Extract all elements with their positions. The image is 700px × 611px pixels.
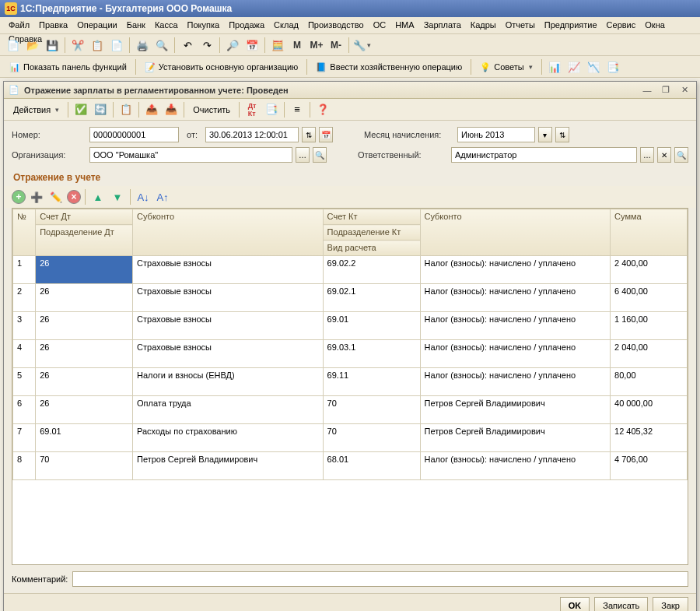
redo-icon[interactable]: ↷	[198, 37, 215, 54]
cell-dt[interactable]: 70	[36, 452, 133, 480]
menu-purchase[interactable]: Покупка	[184, 19, 224, 31]
menu-production[interactable]: Производство	[304, 19, 368, 31]
insert-row-icon[interactable]: ➕	[28, 188, 45, 205]
grid[interactable]: № Счет Дт Субконто Счет Кт Субконто Сумм…	[12, 208, 688, 565]
post-doc-icon[interactable]: 📤	[143, 101, 160, 118]
cell-sum[interactable]: 6 400,00	[611, 284, 688, 312]
paste-icon[interactable]: 📄	[108, 37, 125, 54]
menu-os[interactable]: ОС	[369, 19, 390, 31]
date-field[interactable]	[205, 127, 299, 142]
calc-icon[interactable]: 🧮	[269, 37, 286, 54]
resp-field[interactable]	[451, 147, 637, 163]
dtkt-icon[interactable]: ДтКт	[243, 101, 261, 118]
advice-button[interactable]: 💡 Советы▾	[475, 58, 537, 75]
table-row[interactable]: 426Страховые взносы69.03.1Налог (взносы)…	[13, 340, 688, 368]
new-doc-icon[interactable]: 📄	[5, 37, 22, 54]
menu-windows[interactable]: Окна	[641, 19, 669, 31]
cell-subk2[interactable]: Налог (взносы): начислено / уплачено	[420, 340, 611, 368]
save-icon[interactable]: 💾	[44, 37, 61, 54]
print-preview-icon[interactable]: 🔍	[153, 37, 170, 54]
cell-kt[interactable]: 69.03.1	[323, 340, 420, 368]
cell-kt[interactable]: 69.02.2	[323, 256, 420, 284]
cell-kt[interactable]: 70	[323, 396, 420, 424]
move-down-icon[interactable]: ▼	[109, 188, 126, 205]
col-n[interactable]: №	[13, 209, 36, 256]
report-icon[interactable]: 📊	[546, 58, 563, 75]
enter-op-button[interactable]: 📘 Ввести хозяйственную операцию	[311, 58, 467, 75]
cell-kt[interactable]: 69.02.1	[323, 284, 420, 312]
show-panel-button[interactable]: 📊 Показать панель функций	[5, 58, 131, 75]
set-org-button[interactable]: 📝 Установить основную организацию	[140, 58, 303, 75]
edit-row-icon[interactable]: ✏️	[47, 188, 65, 205]
cell-sum[interactable]: 80,00	[611, 368, 688, 396]
cell-subk1[interactable]: Оплата труда	[133, 396, 324, 424]
cell-sum[interactable]: 1 160,00	[611, 312, 688, 340]
date-spinner-icon[interactable]: ⇅	[302, 127, 316, 142]
month-field[interactable]	[457, 127, 535, 142]
cell-dt[interactable]: 26	[36, 284, 133, 312]
cell-kt[interactable]: 70	[323, 424, 420, 452]
cell-sum[interactable]: 40 000,00	[611, 396, 688, 424]
cell-subk2[interactable]: Петров Сергей Владимирович	[420, 396, 611, 424]
menu-enterprise[interactable]: Предприятие	[541, 19, 601, 31]
cell-subk1[interactable]: Страховые взносы	[133, 312, 324, 340]
cell-subk2[interactable]: Налог (взносы): начислено / уплачено	[420, 312, 611, 340]
cell-subk1[interactable]: Петров Сергей Владимирович	[133, 452, 324, 480]
number-field[interactable]	[89, 127, 179, 142]
comment-field[interactable]	[72, 571, 688, 587]
col-subdiv-kt[interactable]: Подразделение Кт	[323, 225, 420, 241]
undo-icon[interactable]: ↶	[179, 37, 196, 54]
cell-sum[interactable]: 4 706,00	[611, 452, 688, 480]
maximize-icon[interactable]: ❐	[659, 84, 673, 97]
close-button[interactable]: Закр	[653, 597, 688, 611]
menu-cash[interactable]: Касса	[151, 19, 182, 31]
close-icon[interactable]: ✕	[677, 84, 691, 97]
report2-icon[interactable]: 📈	[565, 58, 583, 75]
sort-desc-icon[interactable]: A↑	[154, 188, 171, 205]
col-subk2[interactable]: Субконто	[420, 209, 611, 256]
col-acct-dt[interactable]: Счет Дт	[36, 209, 133, 225]
month-spinner-icon[interactable]: ⇅	[555, 127, 569, 142]
doc-copy-icon[interactable]: 📋	[117, 101, 135, 118]
cell-subk2[interactable]: Налог (взносы): начислено / уплачено	[420, 256, 611, 284]
col-subdiv-dt[interactable]: Подразделение Дт	[36, 225, 133, 256]
cell-sum[interactable]: 2 400,00	[611, 256, 688, 284]
col-sum[interactable]: Сумма	[611, 209, 688, 256]
cell-dt[interactable]: 26	[36, 340, 133, 368]
table-row[interactable]: 870Петров Сергей Владимирович68.01Налог …	[13, 452, 688, 480]
cell-sum[interactable]: 12 405,32	[611, 424, 688, 452]
org-field[interactable]	[89, 147, 292, 163]
refresh-icon[interactable]: 🔄	[92, 101, 109, 118]
mem-mplus-button[interactable]: M+	[308, 37, 325, 54]
post-icon[interactable]: ✅	[72, 101, 89, 118]
table-row[interactable]: 126Страховые взносы69.02.2Налог (взносы)…	[13, 256, 688, 284]
org-select-icon[interactable]: …	[296, 147, 310, 163]
cut-icon[interactable]: ✂️	[69, 37, 86, 54]
cell-subk1[interactable]: Страховые взносы	[133, 340, 324, 368]
menu-reports[interactable]: Отчеты	[502, 19, 539, 31]
menu-service[interactable]: Сервис	[603, 19, 640, 31]
resp-clear-icon[interactable]: ✕	[657, 147, 671, 163]
col-acct-kt[interactable]: Счет Кт	[323, 209, 420, 225]
ok-button[interactable]: OK	[560, 597, 590, 611]
cell-dt[interactable]: 26	[36, 256, 133, 284]
col-subk1[interactable]: Субконто	[133, 209, 324, 256]
minimize-icon[interactable]: —	[640, 84, 654, 97]
menu-salary[interactable]: Зарплата	[420, 19, 465, 31]
report3-icon[interactable]: 📉	[585, 58, 602, 75]
menu-sale[interactable]: Продажа	[225, 19, 268, 31]
org-open-icon[interactable]: 🔍	[313, 147, 327, 163]
menu-nma[interactable]: НМА	[391, 19, 418, 31]
wrench-icon[interactable]: 🔧▾	[353, 37, 370, 54]
month-dropdown-icon[interactable]: ▾	[538, 127, 552, 142]
cell-subk2[interactable]: Налог (взносы): начислено / уплачено	[420, 284, 611, 312]
find-icon[interactable]: 🔎	[224, 37, 241, 54]
cell-subk1[interactable]: Расходы по страхованию	[133, 424, 324, 452]
list-icon[interactable]: ≡	[289, 101, 306, 118]
cell-sum[interactable]: 2 040,00	[611, 340, 688, 368]
sort-asc-icon[interactable]: A↓	[135, 188, 152, 205]
mem-m-button[interactable]: M	[289, 37, 306, 54]
print-icon[interactable]: 🖨️	[134, 37, 151, 54]
delete-row-icon[interactable]: ×	[67, 190, 81, 204]
cell-subk2[interactable]: Налог (взносы): начислено / уплачено	[420, 368, 611, 396]
